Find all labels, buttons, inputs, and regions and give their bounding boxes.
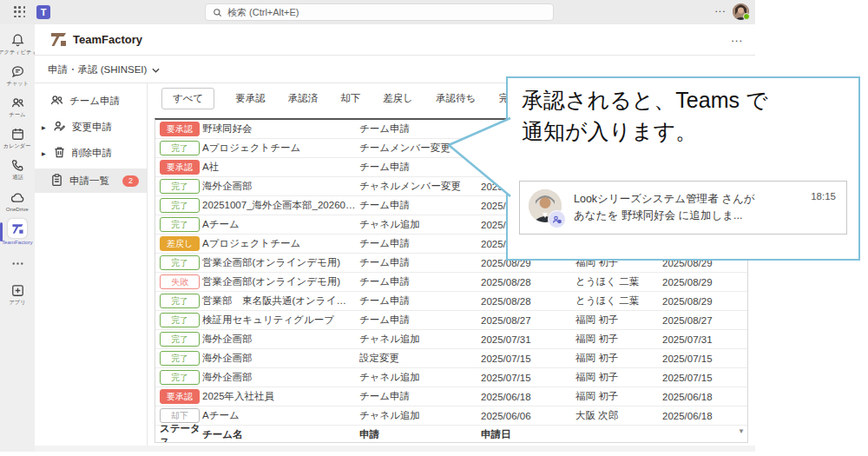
request-type-cell: チーム申請	[359, 390, 481, 403]
team-name-cell: 20251007_海外企画本部_20260331まで利用...	[202, 199, 359, 212]
search-input[interactable]: 検索 (Ctrl+Alt+E)	[205, 3, 554, 21]
table-row[interactable]: 完了海外企画部チャネル追加2025/07/15福岡 初子2025/07/15	[155, 368, 747, 387]
approval-date-cell: 2025/08/29	[662, 296, 747, 307]
table-row[interactable]: 完了検証用セキュリティグループチーム申請2025/08/27福岡 初子2025/…	[155, 311, 747, 330]
rail-item-アプリ[interactable]: アプリ	[0, 280, 35, 309]
tab-承認待ち[interactable]: 承認待ち	[434, 89, 477, 109]
sidebar-item-申請一覧[interactable]: 申請一覧2	[35, 169, 147, 193]
notification-avatar	[529, 189, 562, 222]
rail-item-通話[interactable]: 通話	[0, 155, 35, 184]
team-name-cell: 野球同好会	[202, 122, 359, 135]
rail-item-カレンダー[interactable]: カレンダー	[0, 123, 35, 153]
status-badge: 完了	[160, 370, 200, 385]
requester-cell: とうほく 二葉	[575, 294, 662, 307]
teams-notification-card[interactable]: Lookシリーズシステム管理者 さんが あなたを 野球同好会 に追加しま... …	[519, 181, 847, 235]
request-type-cell: 設定変更	[359, 352, 481, 365]
table-row[interactable]: 完了海外企画部設定変更2025/07/15福岡 初子2025/07/15	[155, 349, 747, 368]
table-header-row: ステータスチーム名申請申請日	[155, 426, 747, 443]
filter-tabs: すべて要承認承認済却下差戻し承認待ち完了	[161, 88, 520, 109]
tab-承認済[interactable]: 承認済	[286, 89, 320, 109]
tf-logo-icon	[8, 219, 27, 238]
bell-icon	[10, 33, 25, 48]
request-type-cell: チャネル追加	[359, 409, 481, 422]
status-badge: 却下	[160, 408, 200, 423]
status-badge: 失敗	[160, 274, 200, 289]
sidebar-item-削除申請[interactable]: ▶削除申請	[35, 142, 147, 163]
screen: T 検索 (Ctrl+Alt+E) ... アクティビティチャットチームカレンダ…	[0, 0, 868, 456]
tab-却下[interactable]: 却下	[339, 89, 362, 109]
request-type-cell: チーム申請	[359, 275, 481, 288]
status-badge: 完了	[160, 217, 200, 232]
team-name-cell: Aプロジェクトチーム	[202, 142, 359, 155]
column-header: ステータス	[155, 422, 202, 444]
sidebar-item-変更申請[interactable]: ▶変更申請	[35, 116, 147, 137]
request-date-cell: 2025/08/28	[481, 296, 575, 307]
cloud-icon	[10, 190, 25, 205]
callout-pointer	[446, 116, 512, 198]
request-type-cell: チーム申請	[359, 294, 481, 307]
expand-caret-icon[interactable]: ▶	[42, 124, 46, 130]
team-name-cell: 営業部 東名阪共通(オンラインデモ用)	[202, 294, 359, 307]
team-name-cell: Aチーム	[202, 409, 359, 422]
app-launcher-icon[interactable]	[14, 6, 26, 18]
rail-item-dots[interactable]	[0, 248, 35, 278]
rail-item-アクティビティ[interactable]: アクティビティ	[0, 30, 35, 59]
callout-text: 承認されると、Teams で 通知が入ります。	[522, 84, 768, 147]
teams-top-bar: T 検索 (Ctrl+Alt+E) ...	[0, 0, 755, 24]
rail-item-チャット[interactable]: チャット	[0, 61, 35, 90]
sidebar-item-チーム申請[interactable]: チーム申請	[35, 90, 147, 111]
expand-caret-icon[interactable]: ▶	[42, 150, 46, 156]
app-header-more-button[interactable]: ...	[731, 31, 743, 44]
teamfactory-logo-icon	[49, 30, 68, 52]
people-icon	[10, 96, 25, 110]
search-placeholder: 検索 (Ctrl+Alt+E)	[227, 6, 299, 19]
status-badge: 完了	[160, 351, 200, 366]
team-name-cell: 検証用セキュリティグループ	[202, 314, 359, 327]
dots-icon	[10, 256, 25, 271]
rail-item-label: アクティビティ	[0, 49, 36, 56]
tab-差戻し[interactable]: 差戻し	[381, 89, 415, 109]
scroll-down-icon[interactable]: ▼	[738, 427, 745, 435]
teams-logo-icon: T	[36, 5, 50, 19]
status-badge: 完了	[160, 313, 200, 327]
tab-すべて[interactable]: すべて	[161, 88, 214, 109]
status-badge: 完了	[160, 198, 200, 213]
requester-cell: 福岡 初子	[575, 314, 662, 327]
workspace-selector[interactable]: 申請・承認 (SHINSEI)	[48, 63, 160, 76]
status-badge: 要承認	[160, 122, 200, 136]
request-type-cell: チャネル追加	[359, 371, 481, 384]
chat-icon	[10, 64, 25, 79]
sidebar-item-label: 削除申請	[72, 147, 112, 160]
people-icon	[49, 93, 64, 109]
status-badge: 差戻し	[160, 236, 200, 251]
rail-item-OneDrive[interactable]: OneDrive	[0, 186, 35, 215]
request-type-cell: チーム申請	[359, 199, 481, 212]
team-name-cell: Aチーム	[202, 218, 359, 231]
rail-item-label: 通話	[12, 174, 23, 182]
rail-item-label: TeamFactory	[2, 239, 33, 245]
table-row[interactable]: 完了海外企画部チャネル追加2025/07/31福岡 初子2025/07/31	[155, 330, 747, 349]
table-row[interactable]: 却下Aチームチャネル追加2025/06/06大阪 次郎2025/06/18	[155, 406, 747, 426]
phone-icon	[10, 158, 25, 173]
request-date-cell: 2025/06/06	[481, 411, 575, 421]
table-row[interactable]: 完了営業部 東名阪共通(オンラインデモ用)チーム申請2025/08/28とうほく…	[155, 292, 747, 311]
rail-item-TeamFactory[interactable]: TeamFactory	[0, 217, 35, 247]
topbar-more-button[interactable]: ...	[712, 3, 729, 15]
table-row[interactable]: 要承認2025年入社社員チーム申請2025/06/18福岡 初子2025/06/…	[155, 387, 747, 406]
app-header: TeamFactory ...	[35, 24, 755, 56]
search-icon	[213, 8, 222, 17]
people-added-icon	[548, 210, 566, 228]
status-badge: 完了	[160, 294, 200, 308]
table-row[interactable]: 失敗営業企画部(オンラインデモ用)チーム申請2025/08/28とうほく 二葉2…	[155, 273, 747, 292]
status-badge: 完了	[160, 332, 200, 347]
annotation-callout: 承認されると、Teams で 通知が入ります。 Lookシリーズシステム管理者 …	[506, 76, 860, 261]
chevron-down-icon	[152, 68, 160, 73]
tab-要承認[interactable]: 要承認	[233, 89, 267, 109]
rail-item-チーム[interactable]: チーム	[0, 92, 35, 122]
team-name-cell: Aプロジェクトチーム	[202, 237, 359, 250]
requester-cell: 福岡 初子	[575, 333, 662, 346]
person-edit-icon	[52, 119, 67, 135]
requester-cell: 福岡 初子	[575, 352, 662, 365]
approval-date-cell: 2025/07/15	[662, 354, 747, 364]
approval-date-cell: 2025/07/31	[662, 334, 747, 345]
